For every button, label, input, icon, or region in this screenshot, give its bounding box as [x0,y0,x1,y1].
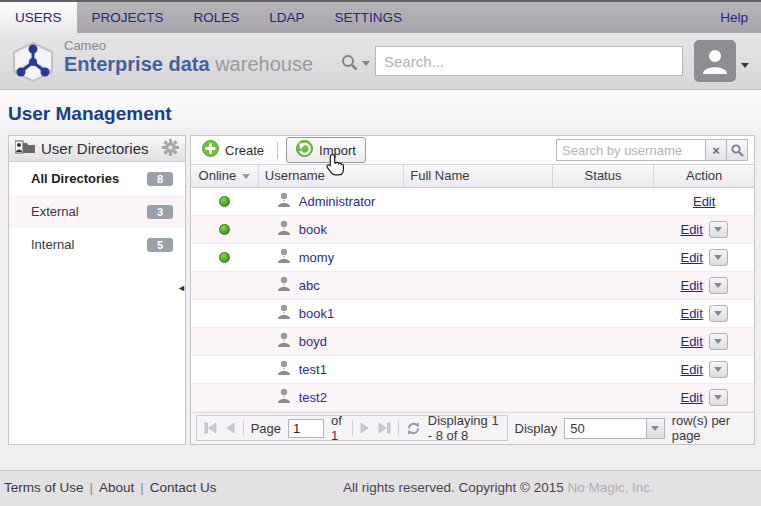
user-menu-caret-icon[interactable] [741,63,749,68]
username-search-input[interactable] [556,139,706,161]
brand-text: Cameo Enterprise data warehouse [64,39,313,75]
table-row[interactable]: boyd Edit [191,328,754,356]
pager-separator [352,420,353,436]
table-row[interactable]: abc Edit [191,272,754,300]
rows-per-page-select[interactable]: 50 [564,418,665,439]
contact-us-link[interactable]: Contact Us [150,480,217,495]
nav-tab-projects[interactable]: PROJECTS [77,2,179,33]
row-menu-caret-icon [714,395,722,400]
fullname-cell [404,188,552,215]
terms-of-use-link[interactable]: Terms of Use [4,480,84,495]
row-menu-button[interactable] [709,361,728,378]
nav-tab-settings[interactable]: SETTINGS [320,2,418,33]
edit-link[interactable]: Edit [680,278,702,293]
edit-link[interactable]: Edit [680,390,702,405]
online-cell [191,384,259,411]
copyright-label: All rights reserved. Copyright © 2015 [343,480,568,495]
online-status-icon [219,224,230,235]
row-menu-button[interactable] [709,277,728,294]
page-label: Page [251,421,281,436]
online-sort-caret-icon[interactable] [242,174,250,179]
column-header-action[interactable]: Action [654,165,754,187]
brand-warehouse: warehouse [215,53,313,75]
user-icon [277,276,291,295]
edit-link[interactable]: Edit [680,250,702,265]
fullname-header-label: Full Name [410,168,469,183]
last-page-icon[interactable] [377,422,391,434]
column-header-status[interactable]: Status [553,165,655,187]
nav-tab-roles[interactable]: ROLES [179,2,255,33]
create-plus-icon [202,140,219,160]
status-cell [553,244,655,271]
fullname-cell [404,300,552,327]
first-page-icon[interactable] [204,422,218,434]
table-row[interactable]: test1 Edit [191,356,754,384]
pager-separator [243,420,244,436]
edit-link[interactable]: Edit [680,362,702,377]
row-menu-button[interactable] [709,305,728,322]
help-link[interactable]: Help [707,2,761,33]
prev-page-icon[interactable] [225,422,236,434]
column-header-fullname[interactable]: Full Name [404,165,552,187]
row-menu-button[interactable] [709,333,728,350]
table-header: Online Username Full Name Status Action [191,164,754,188]
edit-link[interactable]: Edit [693,194,715,209]
table-row[interactable]: test2 Edit [191,384,754,412]
action-cell: Edit [654,384,754,411]
row-menu-caret-icon [714,283,722,288]
column-header-online[interactable]: Online [191,165,259,187]
pager-separator [398,420,399,436]
username-cell: test2 [259,384,405,411]
run-search-button[interactable] [726,139,748,161]
brand-cameo: Cameo [64,39,313,53]
table-row[interactable]: book Edit [191,216,754,244]
edit-link[interactable]: Edit [680,222,702,237]
status-cell [553,216,655,243]
username-cell: boyd [259,328,405,355]
count-badge: 5 [147,238,173,252]
global-search-input[interactable] [375,46,683,76]
row-menu-button[interactable] [709,389,728,406]
search-scope-caret-icon[interactable] [362,61,370,66]
row-menu-button[interactable] [709,249,728,266]
user-icon [277,360,291,379]
gear-icon[interactable] [162,139,179,159]
username-cell: abc [259,272,405,299]
refresh-icon[interactable] [406,421,421,436]
nav-tab-users[interactable]: USERS [0,2,77,33]
edit-link[interactable]: Edit [680,306,702,321]
sidebar-items: All Directories8External3Internal5 [9,162,185,261]
cameo-logo-icon [10,41,56,86]
nav-tab-ldap[interactable]: LDAP [254,2,319,33]
row-menu-caret-icon [714,227,722,232]
table-row[interactable]: book1 Edit [191,300,754,328]
about-link[interactable]: About [99,480,134,495]
next-page-icon[interactable] [359,422,370,434]
action-header-label: Action [686,168,722,183]
toolbar: Create Import × [191,136,754,164]
row-menu-caret-icon [714,311,722,316]
sidebar-item-internal[interactable]: Internal5 [9,228,185,261]
sidebar-collapse-icon[interactable]: ◄ [177,284,186,293]
online-header-label: Online [199,168,237,183]
clear-search-button[interactable]: × [705,139,727,161]
sidebar-item-all-directories[interactable]: All Directories8 [9,162,185,195]
table-row[interactable]: Administrator Edit [191,188,754,216]
search-icon[interactable] [341,54,358,74]
select-caret-icon [646,419,664,438]
user-directories-panel: User Directories All Directories8Externa… [8,135,186,445]
user-icon [277,192,291,211]
edit-link[interactable]: Edit [680,334,702,349]
create-button[interactable]: Create [197,138,269,162]
sidebar-item-external[interactable]: External3 [9,195,185,228]
sidebar-item-label: All Directories [31,171,147,186]
page-of-label: of 1 [331,413,345,443]
online-cell [191,244,259,271]
table-row[interactable]: momy Edit [191,244,754,272]
fullname-cell [404,384,552,411]
row-menu-button[interactable] [709,221,728,238]
copyright-text: All rights reserved. Copyright © 2015 No… [343,480,654,495]
user-avatar[interactable] [694,40,736,82]
page-number-input[interactable] [288,419,324,438]
username-label: abc [299,278,320,293]
